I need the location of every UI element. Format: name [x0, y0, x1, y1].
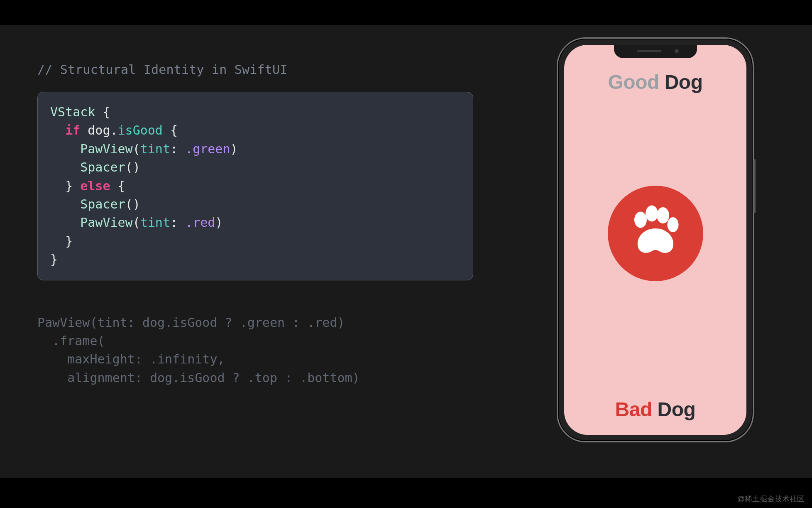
phone-screen: Good Dog Bad Dog	[564, 45, 746, 435]
indent	[50, 142, 80, 156]
svg-point-3	[667, 217, 678, 232]
token-type: PawView	[80, 215, 132, 230]
token: {	[163, 123, 178, 137]
token: {	[110, 179, 125, 193]
heading-word: Dog	[652, 398, 696, 420]
dim-line: maxHeight: .infinity,	[37, 352, 225, 366]
dim-line: PawView(tint: dog.isGood ? .green : .red…	[37, 315, 345, 330]
indent	[50, 160, 80, 174]
paw-icon-svg	[624, 202, 687, 265]
svg-point-2	[657, 207, 669, 223]
space	[80, 123, 88, 137]
token-keyword-else: else	[80, 179, 110, 193]
token: :	[170, 142, 185, 156]
code-block-primary: VStack { if dog.isGood { PawView(tint: .…	[37, 92, 473, 280]
token-type: VStack	[50, 105, 95, 119]
heading-word: Dog	[659, 71, 703, 93]
indent	[50, 215, 80, 230]
heading-word: Bad	[615, 398, 652, 420]
token: (	[133, 215, 140, 230]
phone-notch	[614, 45, 697, 58]
token-keyword-if: if	[65, 123, 80, 137]
phone-heading-top: Good Dog	[608, 71, 703, 93]
indent	[50, 197, 80, 211]
dim-line: alignment: dog.isGood ? .top : .bottom)	[37, 371, 360, 385]
token-type: Spacer	[80, 197, 125, 211]
watermark: @稀土掘金技术社区	[737, 494, 805, 504]
token-param: tint	[140, 142, 170, 156]
code-block-dimmed: PawView(tint: dog.isGood ? .green : .red…	[37, 314, 473, 388]
token: dog	[88, 123, 110, 137]
token-property: isGood	[118, 123, 163, 137]
token: {	[95, 105, 110, 119]
code-comment: // Structural Identity in SwiftUI	[37, 62, 473, 77]
token-type: PawView	[80, 142, 132, 156]
token: :	[170, 215, 185, 230]
token: )	[230, 142, 238, 156]
indent	[50, 179, 65, 193]
token: .	[110, 123, 118, 137]
indent	[50, 234, 65, 248]
dim-line: .frame(	[37, 334, 105, 348]
token: }	[65, 179, 80, 193]
svg-point-1	[646, 205, 658, 221]
token: (	[133, 142, 140, 156]
token-enum: .green	[185, 142, 230, 156]
token-param: tint	[140, 215, 170, 230]
token: }	[50, 252, 58, 267]
paw-icon	[608, 186, 703, 281]
phone-mockup: Good Dog Bad Dog	[557, 37, 754, 442]
token-enum: .red	[185, 215, 215, 230]
code-column: // Structural Identity in SwiftUI VStack…	[37, 62, 473, 387]
heading-word: Good	[608, 71, 659, 93]
svg-point-0	[634, 211, 647, 228]
phone-heading-bottom: Bad Dog	[615, 398, 696, 421]
slide-stage: // Structural Identity in SwiftUI VStack…	[0, 25, 812, 478]
token: ()	[125, 160, 140, 174]
token-type: Spacer	[80, 160, 125, 174]
token: )	[215, 215, 223, 230]
token: }	[65, 234, 73, 248]
token: ()	[125, 197, 140, 211]
indent	[50, 123, 65, 137]
